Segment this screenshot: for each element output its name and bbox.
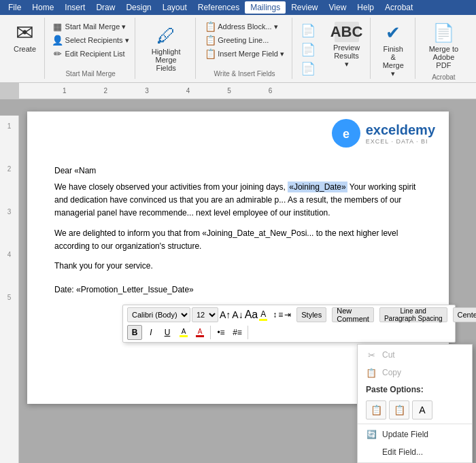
paste-btn-2[interactable]: 📋 bbox=[389, 400, 409, 419]
menu-help[interactable]: Help bbox=[352, 1, 379, 14]
content-area: 1 2 3 4 5 e exceldemy bbox=[0, 99, 476, 463]
menu-layout[interactable]: Layout bbox=[157, 1, 192, 14]
context-menu: ✂ Cut 📋 Copy Paste Options: 📋 📋 A 🔄 Upda bbox=[357, 344, 473, 463]
bullets-button[interactable]: •≡ bbox=[214, 325, 228, 340]
logo-text-area: exceldemy EXCEL · DATA · BI bbox=[366, 122, 435, 145]
menu-acrobat[interactable]: Acrobat bbox=[379, 1, 418, 14]
menu-file[interactable]: File bbox=[3, 1, 27, 14]
fmt-divider-7 bbox=[248, 326, 248, 339]
font-style-button[interactable]: Aa bbox=[245, 307, 258, 322]
edit-field-label: Edit Field... bbox=[382, 447, 423, 457]
paste-options-label: Paste Options: bbox=[366, 385, 424, 394]
highlight-merge-fields-button[interactable]: 🖊 HighlightMerge Fields bbox=[141, 22, 191, 75]
preview-results-button[interactable]: ABC PreviewResults ▾ bbox=[327, 19, 365, 71]
ribbon-group-mail-merge: ▦ Start Mail Merge ▾ 👤 Select Recipients… bbox=[46, 18, 135, 79]
menu-insert[interactable]: Insert bbox=[59, 1, 90, 14]
menu-mailings[interactable]: Mailings bbox=[245, 1, 286, 14]
paragraph-1: We have closely observed your activities… bbox=[54, 181, 422, 220]
italic-button[interactable]: I bbox=[143, 325, 158, 340]
numbering-button[interactable]: #≡ bbox=[230, 325, 245, 340]
menu-design[interactable]: Design bbox=[120, 1, 156, 14]
extra-icon-3[interactable]: 📄 bbox=[298, 61, 318, 77]
paragraph-3: Thank you for your service. bbox=[54, 260, 422, 273]
ribbon-group-write-insert: 📋 Address Block... ▾ 📋 Greeting Line... … bbox=[197, 18, 292, 79]
highlight-a: A bbox=[182, 328, 186, 335]
finish-merge-button[interactable]: ✔ Finish &Merge ▾ bbox=[376, 19, 411, 81]
bold-button[interactable]: B bbox=[127, 325, 142, 340]
edit-recipient-list-label: Edit Recipient List bbox=[65, 50, 125, 58]
copy-menu-item[interactable]: 📋 Copy bbox=[358, 364, 472, 381]
select-recipients-label: Select Recipients ▾ bbox=[65, 36, 129, 45]
paste-btn-3[interactable]: A bbox=[412, 400, 432, 419]
new-comment-button[interactable]: New Comment bbox=[332, 307, 374, 322]
write-insert-group-label: Write & Insert Fields bbox=[214, 69, 275, 78]
increase-font-button[interactable]: A↑ bbox=[220, 307, 231, 322]
update-field-menu-item[interactable]: 🔄 Update Field bbox=[358, 426, 472, 443]
font-color-button[interactable]: A bbox=[259, 307, 267, 322]
address-block-label: Address Block... ▾ bbox=[218, 22, 278, 31]
margin-num-5: 5 bbox=[7, 294, 12, 301]
line-spacing-label-btn[interactable]: Line andParagraph Spacing bbox=[379, 307, 447, 322]
font-color-a: A bbox=[260, 309, 266, 319]
create-button[interactable]: ✉ Create bbox=[10, 19, 40, 56]
menu-references[interactable]: References bbox=[192, 1, 245, 14]
logo-area: e exceldemy EXCEL · DATA · BI bbox=[331, 118, 435, 149]
ribbon-group-extra-icons: 📄 📄 📄 bbox=[294, 18, 322, 79]
indent-button[interactable]: ⇥ bbox=[284, 307, 291, 322]
preview-results-label: PreviewResults ▾ bbox=[331, 44, 361, 69]
ribbon-group-acrobat: 📄 Merge toAdobe PDF Acrobat bbox=[417, 18, 471, 79]
menu-review[interactable]: Review bbox=[286, 1, 323, 14]
highlight-bar bbox=[180, 335, 188, 337]
extra-icon-2[interactable]: 📄 bbox=[298, 41, 318, 58]
copy-icon: 📋 bbox=[366, 367, 377, 378]
font-size-select[interactable]: 12 bbox=[192, 307, 218, 322]
line-spacing-button[interactable]: ↕ bbox=[273, 307, 277, 322]
greeting-line-button[interactable]: 📋 Greeting Line... bbox=[202, 34, 287, 46]
mail-merge-icon: ▦ bbox=[52, 21, 63, 32]
menu-view[interactable]: View bbox=[324, 1, 352, 14]
extra-icon-1[interactable]: 📄 bbox=[298, 22, 318, 39]
center-button[interactable]: Center bbox=[453, 307, 476, 322]
menu-bar: File Home Insert Draw Design Layout Refe… bbox=[0, 0, 476, 15]
ribbon-group-finish: ✔ Finish &Merge ▾ Finish bbox=[372, 18, 415, 79]
joining-date-new-field: «Joining_Date_at_New_Posi bbox=[202, 228, 307, 238]
underline-button[interactable]: U bbox=[160, 325, 175, 340]
svg-text:e: e bbox=[343, 127, 350, 141]
ribbon-group-preview: ABC PreviewResults ▾ bbox=[323, 18, 370, 79]
font-color-bar bbox=[259, 319, 267, 321]
margin-num-3: 3 bbox=[7, 208, 12, 216]
paste-btn-1[interactable]: 📋 bbox=[366, 400, 386, 419]
create-icon: ✉ bbox=[14, 22, 36, 44]
ctx-sep-1 bbox=[358, 424, 472, 424]
margin-num-2: 2 bbox=[7, 165, 12, 173]
ribbon-group-create: ✉ Create bbox=[5, 18, 45, 79]
highlight-label: HighlightMerge Fields bbox=[145, 48, 187, 72]
joining-date-field: «Joining_Date» bbox=[288, 182, 347, 192]
highlight-text-button[interactable]: A bbox=[176, 325, 191, 340]
address-block-button[interactable]: 📋 Address Block... ▾ bbox=[202, 20, 287, 33]
select-recipients-button[interactable]: 👤 Select Recipients ▾ bbox=[50, 34, 132, 46]
greeting-line-icon: 📋 bbox=[205, 35, 216, 46]
start-mail-merge-label: Start Mail Merge ▾ bbox=[65, 22, 126, 31]
font-family-select[interactable]: Calibri (Body) bbox=[127, 307, 190, 322]
merge-adobe-button[interactable]: 📄 Merge toAdobe PDF bbox=[421, 19, 466, 72]
merge-adobe-label: Merge toAdobe PDF bbox=[425, 45, 462, 69]
letter-greeting: Dear «Nam bbox=[54, 166, 422, 175]
dear-text: Dear «Nam bbox=[54, 166, 96, 175]
insert-merge-field-button[interactable]: 📋 Insert Merge Field ▾ bbox=[202, 48, 287, 60]
cut-menu-item[interactable]: ✂ Cut bbox=[358, 346, 472, 364]
edit-field-menu-item[interactable]: Edit Field... bbox=[358, 443, 472, 461]
preview-icon: ABC bbox=[335, 22, 359, 42]
edit-recipient-list-button[interactable]: ✏ Edit Recipient List bbox=[50, 48, 132, 60]
list-button[interactable]: ≡ bbox=[278, 307, 283, 322]
start-mail-merge-button[interactable]: ▦ Start Mail Merge ▾ bbox=[50, 20, 132, 33]
edit-field-icon bbox=[366, 447, 377, 458]
font-color-bar2 bbox=[196, 335, 204, 337]
decrease-font-button[interactable]: A↓ bbox=[232, 307, 243, 322]
menu-draw[interactable]: Draw bbox=[90, 1, 120, 14]
menu-home[interactable]: Home bbox=[27, 1, 59, 14]
styles-button[interactable]: Styles bbox=[296, 307, 326, 322]
create-label: Create bbox=[14, 45, 36, 53]
font-color-btn2[interactable]: A bbox=[192, 325, 207, 340]
paragraph-2: We are delighted to inform you that from… bbox=[54, 227, 422, 253]
